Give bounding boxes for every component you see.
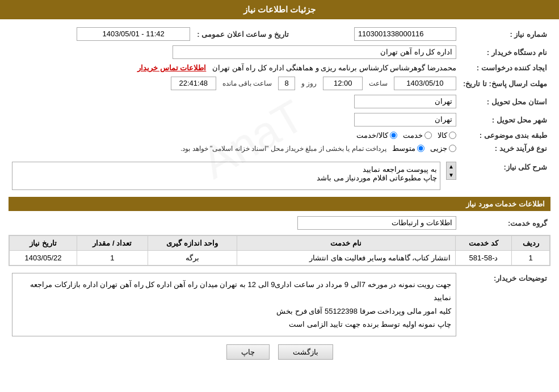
shomara-niaz-value: 1103001338000116 bbox=[292, 25, 460, 43]
buttons-row: بازگشت چاپ bbox=[9, 344, 550, 360]
btn-chap[interactable]: چاپ bbox=[226, 344, 270, 360]
sharh-label: شرح کلی نیاز: bbox=[460, 159, 550, 192]
ostan-label: استان محل تحویل : bbox=[460, 92, 550, 111]
col-radif: ردیف bbox=[512, 236, 550, 251]
radio-kala-khedmat-label: کالا/خدمت bbox=[356, 131, 388, 140]
tosihaat-box: جهت رویت نمونه در مورخه 7الی 9 مرداد در … bbox=[12, 273, 456, 336]
gorooh-value: اطلاعات و ارتباطات bbox=[9, 214, 460, 232]
sharh-line1: به پیوست مراجعه نمایید bbox=[15, 165, 437, 174]
mohlat-rooz-label: روز و bbox=[301, 79, 317, 87]
tosihaat-label: توضیحات خریدار: bbox=[460, 271, 550, 339]
btn-bazgasht[interactable]: بازگشت bbox=[278, 344, 333, 360]
sharh-line2: چاپ مطبوعاتی اقلام موردنیاز می باشد bbox=[15, 174, 437, 182]
col-nam: نام خدمت bbox=[237, 236, 455, 251]
shomara-niaz-label: شماره نیاز : bbox=[460, 25, 550, 43]
tabaqe-label: طبقه بندی موضوعی : bbox=[460, 129, 550, 142]
ostan-value: تهران bbox=[9, 92, 460, 111]
radio-motavasset: متوسط bbox=[392, 144, 424, 153]
radio-jozii-input[interactable] bbox=[449, 145, 456, 152]
radio-khedmat: خدمت bbox=[403, 131, 432, 140]
nam-dastgah-label: نام دستگاه خریدار : bbox=[460, 43, 550, 61]
page-title: جزئیات اطلاعات نیاز bbox=[0, 0, 559, 19]
radio-kala-khedmat-input[interactable] bbox=[390, 132, 397, 139]
shahr-box: تهران bbox=[354, 113, 456, 127]
mohlat-row: 1403/05/10 ساعت 12:00 روز و 8 ساعت باقی … bbox=[9, 74, 460, 92]
scroll-up-btn[interactable]: ▲ bbox=[447, 162, 456, 171]
shahr-label: شهر محل تحویل : bbox=[460, 111, 550, 129]
tabaqe-group: کالا خدمت کالا/خدمت bbox=[9, 129, 460, 142]
radio-jozii: جزیی bbox=[430, 144, 456, 153]
gorooh-box: اطلاعات و ارتباطات bbox=[297, 216, 456, 230]
tarikh-aalan-box: 1403/05/01 - 11:42 bbox=[77, 27, 190, 41]
mohlat-baqi-box: 22:41:48 bbox=[171, 77, 216, 90]
ettelaat-tamas-link[interactable]: اطلاعات تماس خریدار bbox=[137, 64, 206, 72]
cell-tarikh: 1403/05/22 bbox=[10, 251, 77, 265]
services-table: ردیف کد خدمت نام خدمت واحد اندازه گیری ت… bbox=[9, 235, 550, 265]
mohlat-saat-label: ساعت bbox=[369, 79, 388, 87]
ostan-box: تهران bbox=[354, 95, 456, 108]
cell-vahed: برگه bbox=[148, 251, 237, 265]
radio-motavasset-input[interactable] bbox=[417, 145, 424, 152]
mohlat-date-box: 1403/05/10 bbox=[394, 77, 456, 90]
mohlat-saat-box: 12:00 bbox=[323, 77, 363, 90]
gorooh-label: گروه خدمت: bbox=[460, 214, 550, 232]
shahr-value: تهران bbox=[9, 111, 460, 129]
radio-khedmat-input[interactable] bbox=[424, 132, 432, 139]
col-tedad: تعداد / مقدار bbox=[77, 236, 148, 251]
tosihaat-area: جهت رویت نمونه در مورخه 7الی 9 مرداد در … bbox=[9, 271, 460, 339]
tarikh-aalan-value: 1403/05/01 - 11:42 bbox=[9, 25, 194, 43]
shomara-niaz-box: 1103001338000116 bbox=[354, 27, 456, 41]
cell-radif: 1 bbox=[512, 251, 550, 265]
col-vahed: واحد اندازه گیری bbox=[148, 236, 237, 251]
col-tarikh: تاریخ نیاز bbox=[10, 236, 77, 251]
sharh-area: ▲ ▼ به پیوست مراجعه نمایید چاپ مطبوعاتی … bbox=[9, 159, 460, 192]
radio-kala-label: کالا bbox=[438, 131, 447, 140]
services-header: اطلاعات خدمات مورد نیاز bbox=[9, 197, 550, 211]
mohlat-label: مهلت ارسال پاسخ: تا تاریخ: bbox=[460, 74, 550, 92]
nam-dastgah-box: اداره کل راه آهن تهران bbox=[173, 45, 456, 59]
table-row: 1 د-58-581 انتشار کتاب، گاهنامه وسایر فع… bbox=[10, 251, 550, 265]
nooe-desc: پرداخت تمام یا بخشی از مبلغ خریداز محل "… bbox=[180, 145, 386, 153]
radio-kala: کالا bbox=[438, 131, 456, 140]
services-table-wrapper: ردیف کد خدمت نام خدمت واحد اندازه گیری ت… bbox=[9, 235, 550, 266]
scroll-down-btn[interactable]: ▼ bbox=[447, 171, 456, 179]
sharh-scrollbar[interactable]: ▲ ▼ bbox=[446, 162, 456, 180]
radio-kala-khedmat: کالا/خدمت bbox=[356, 131, 397, 140]
mohlat-rooz-box: 8 bbox=[278, 77, 295, 90]
nam-dastgah-value: اداره کل راه آهن تهران bbox=[9, 43, 460, 61]
tarikh-aalan-label: تاریخ و ساعت اعلان عمومی : bbox=[194, 25, 292, 43]
ijad-value: محمدرضا گوهرشناس کارشناس برنامه ریزی و ه… bbox=[9, 61, 460, 74]
cell-tedad: 1 bbox=[77, 251, 148, 265]
nooe-farayand-label: نوع فرآیند خرید : bbox=[460, 142, 550, 155]
sharh-box: به پیوست مراجعه نمایید چاپ مطبوعاتی اقلا… bbox=[12, 162, 440, 190]
radio-jozii-label: جزیی bbox=[430, 144, 447, 153]
col-kod: کد خدمت bbox=[455, 236, 512, 251]
radio-kala-input[interactable] bbox=[449, 132, 456, 139]
ijad-label: ایجاد کننده درخواست : bbox=[460, 61, 550, 74]
radio-motavasset-label: متوسط bbox=[392, 144, 415, 153]
cell-kod: د-58-581 bbox=[455, 251, 512, 265]
ijad-text: محمدرضا گوهرشناس کارشناس برنامه ریزی و ه… bbox=[212, 64, 456, 72]
mohlat-baqi-label: ساعت باقی مانده bbox=[222, 79, 272, 87]
nooe-farayand-group: جزیی متوسط پرداخت تمام یا بخشی از مبلغ خ… bbox=[9, 142, 460, 155]
cell-nam: انتشار کتاب، گاهنامه وسایر فعالیت های ان… bbox=[237, 251, 455, 265]
radio-khedmat-label: خدمت bbox=[403, 131, 423, 140]
